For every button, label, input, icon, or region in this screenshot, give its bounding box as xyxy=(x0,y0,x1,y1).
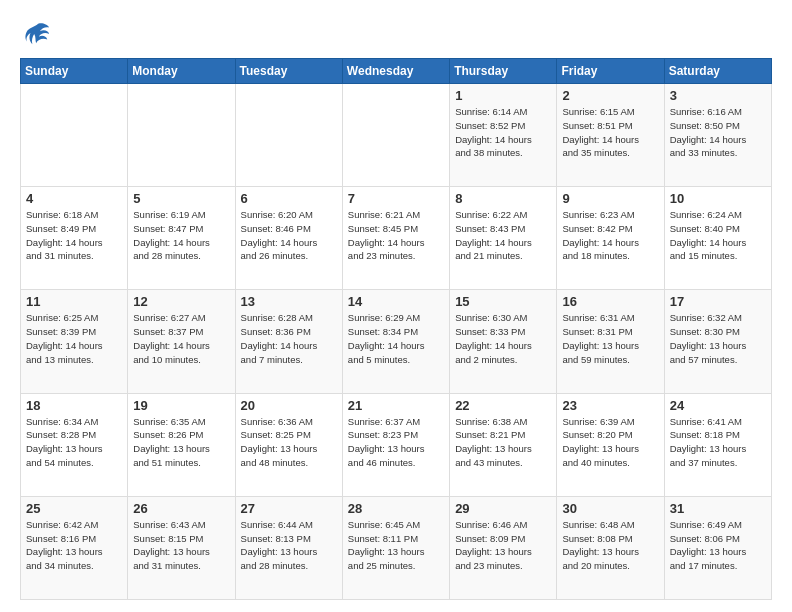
calendar-cell: 28Sunrise: 6:45 AM Sunset: 8:11 PM Dayli… xyxy=(342,496,449,599)
calendar-cell: 18Sunrise: 6:34 AM Sunset: 8:28 PM Dayli… xyxy=(21,393,128,496)
calendar-cell: 27Sunrise: 6:44 AM Sunset: 8:13 PM Dayli… xyxy=(235,496,342,599)
day-info: Sunrise: 6:30 AM Sunset: 8:33 PM Dayligh… xyxy=(455,311,551,366)
calendar-cell xyxy=(235,84,342,187)
day-number: 3 xyxy=(670,88,766,103)
weekday-header-sunday: Sunday xyxy=(21,59,128,84)
day-number: 27 xyxy=(241,501,337,516)
calendar-cell: 21Sunrise: 6:37 AM Sunset: 8:23 PM Dayli… xyxy=(342,393,449,496)
day-info: Sunrise: 6:39 AM Sunset: 8:20 PM Dayligh… xyxy=(562,415,658,470)
day-number: 13 xyxy=(241,294,337,309)
day-info: Sunrise: 6:32 AM Sunset: 8:30 PM Dayligh… xyxy=(670,311,766,366)
header xyxy=(20,16,772,48)
day-info: Sunrise: 6:16 AM Sunset: 8:50 PM Dayligh… xyxy=(670,105,766,160)
day-info: Sunrise: 6:23 AM Sunset: 8:42 PM Dayligh… xyxy=(562,208,658,263)
weekday-header-wednesday: Wednesday xyxy=(342,59,449,84)
day-info: Sunrise: 6:25 AM Sunset: 8:39 PM Dayligh… xyxy=(26,311,122,366)
day-number: 30 xyxy=(562,501,658,516)
day-number: 9 xyxy=(562,191,658,206)
calendar-cell: 29Sunrise: 6:46 AM Sunset: 8:09 PM Dayli… xyxy=(450,496,557,599)
calendar-cell xyxy=(21,84,128,187)
calendar-cell: 23Sunrise: 6:39 AM Sunset: 8:20 PM Dayli… xyxy=(557,393,664,496)
weekday-header-thursday: Thursday xyxy=(450,59,557,84)
day-number: 5 xyxy=(133,191,229,206)
calendar-cell: 9Sunrise: 6:23 AM Sunset: 8:42 PM Daylig… xyxy=(557,187,664,290)
day-info: Sunrise: 6:36 AM Sunset: 8:25 PM Dayligh… xyxy=(241,415,337,470)
day-info: Sunrise: 6:27 AM Sunset: 8:37 PM Dayligh… xyxy=(133,311,229,366)
day-number: 23 xyxy=(562,398,658,413)
day-info: Sunrise: 6:45 AM Sunset: 8:11 PM Dayligh… xyxy=(348,518,444,573)
day-info: Sunrise: 6:48 AM Sunset: 8:08 PM Dayligh… xyxy=(562,518,658,573)
day-number: 11 xyxy=(26,294,122,309)
day-info: Sunrise: 6:21 AM Sunset: 8:45 PM Dayligh… xyxy=(348,208,444,263)
calendar-cell: 31Sunrise: 6:49 AM Sunset: 8:06 PM Dayli… xyxy=(664,496,771,599)
calendar-header: SundayMondayTuesdayWednesdayThursdayFrid… xyxy=(21,59,772,84)
day-number: 24 xyxy=(670,398,766,413)
day-number: 4 xyxy=(26,191,122,206)
day-info: Sunrise: 6:18 AM Sunset: 8:49 PM Dayligh… xyxy=(26,208,122,263)
day-number: 6 xyxy=(241,191,337,206)
day-info: Sunrise: 6:31 AM Sunset: 8:31 PM Dayligh… xyxy=(562,311,658,366)
day-info: Sunrise: 6:49 AM Sunset: 8:06 PM Dayligh… xyxy=(670,518,766,573)
calendar-cell: 22Sunrise: 6:38 AM Sunset: 8:21 PM Dayli… xyxy=(450,393,557,496)
calendar-table: SundayMondayTuesdayWednesdayThursdayFrid… xyxy=(20,58,772,600)
logo xyxy=(20,20,51,48)
calendar-body: 1Sunrise: 6:14 AM Sunset: 8:52 PM Daylig… xyxy=(21,84,772,600)
calendar-cell xyxy=(128,84,235,187)
page: SundayMondayTuesdayWednesdayThursdayFrid… xyxy=(0,0,792,612)
day-number: 16 xyxy=(562,294,658,309)
calendar-cell: 12Sunrise: 6:27 AM Sunset: 8:37 PM Dayli… xyxy=(128,290,235,393)
day-number: 8 xyxy=(455,191,551,206)
day-info: Sunrise: 6:37 AM Sunset: 8:23 PM Dayligh… xyxy=(348,415,444,470)
day-info: Sunrise: 6:35 AM Sunset: 8:26 PM Dayligh… xyxy=(133,415,229,470)
week-row-1: 1Sunrise: 6:14 AM Sunset: 8:52 PM Daylig… xyxy=(21,84,772,187)
day-number: 2 xyxy=(562,88,658,103)
weekday-header-saturday: Saturday xyxy=(664,59,771,84)
calendar-cell: 25Sunrise: 6:42 AM Sunset: 8:16 PM Dayli… xyxy=(21,496,128,599)
day-number: 18 xyxy=(26,398,122,413)
day-number: 31 xyxy=(670,501,766,516)
day-info: Sunrise: 6:38 AM Sunset: 8:21 PM Dayligh… xyxy=(455,415,551,470)
day-info: Sunrise: 6:14 AM Sunset: 8:52 PM Dayligh… xyxy=(455,105,551,160)
day-info: Sunrise: 6:20 AM Sunset: 8:46 PM Dayligh… xyxy=(241,208,337,263)
calendar-cell: 5Sunrise: 6:19 AM Sunset: 8:47 PM Daylig… xyxy=(128,187,235,290)
day-number: 20 xyxy=(241,398,337,413)
calendar-cell: 19Sunrise: 6:35 AM Sunset: 8:26 PM Dayli… xyxy=(128,393,235,496)
calendar-cell: 14Sunrise: 6:29 AM Sunset: 8:34 PM Dayli… xyxy=(342,290,449,393)
calendar-cell: 15Sunrise: 6:30 AM Sunset: 8:33 PM Dayli… xyxy=(450,290,557,393)
day-number: 17 xyxy=(670,294,766,309)
day-number: 10 xyxy=(670,191,766,206)
calendar-cell: 30Sunrise: 6:48 AM Sunset: 8:08 PM Dayli… xyxy=(557,496,664,599)
week-row-2: 4Sunrise: 6:18 AM Sunset: 8:49 PM Daylig… xyxy=(21,187,772,290)
calendar-cell: 3Sunrise: 6:16 AM Sunset: 8:50 PM Daylig… xyxy=(664,84,771,187)
day-info: Sunrise: 6:43 AM Sunset: 8:15 PM Dayligh… xyxy=(133,518,229,573)
day-number: 15 xyxy=(455,294,551,309)
day-info: Sunrise: 6:24 AM Sunset: 8:40 PM Dayligh… xyxy=(670,208,766,263)
calendar-cell: 8Sunrise: 6:22 AM Sunset: 8:43 PM Daylig… xyxy=(450,187,557,290)
day-number: 29 xyxy=(455,501,551,516)
day-info: Sunrise: 6:28 AM Sunset: 8:36 PM Dayligh… xyxy=(241,311,337,366)
day-number: 25 xyxy=(26,501,122,516)
day-info: Sunrise: 6:19 AM Sunset: 8:47 PM Dayligh… xyxy=(133,208,229,263)
day-number: 22 xyxy=(455,398,551,413)
day-info: Sunrise: 6:15 AM Sunset: 8:51 PM Dayligh… xyxy=(562,105,658,160)
day-number: 14 xyxy=(348,294,444,309)
week-row-4: 18Sunrise: 6:34 AM Sunset: 8:28 PM Dayli… xyxy=(21,393,772,496)
week-row-3: 11Sunrise: 6:25 AM Sunset: 8:39 PM Dayli… xyxy=(21,290,772,393)
calendar-cell: 11Sunrise: 6:25 AM Sunset: 8:39 PM Dayli… xyxy=(21,290,128,393)
day-info: Sunrise: 6:46 AM Sunset: 8:09 PM Dayligh… xyxy=(455,518,551,573)
day-number: 21 xyxy=(348,398,444,413)
calendar-cell: 16Sunrise: 6:31 AM Sunset: 8:31 PM Dayli… xyxy=(557,290,664,393)
day-number: 26 xyxy=(133,501,229,516)
day-info: Sunrise: 6:29 AM Sunset: 8:34 PM Dayligh… xyxy=(348,311,444,366)
day-info: Sunrise: 6:34 AM Sunset: 8:28 PM Dayligh… xyxy=(26,415,122,470)
calendar-cell: 6Sunrise: 6:20 AM Sunset: 8:46 PM Daylig… xyxy=(235,187,342,290)
calendar-cell: 1Sunrise: 6:14 AM Sunset: 8:52 PM Daylig… xyxy=(450,84,557,187)
day-number: 12 xyxy=(133,294,229,309)
calendar-cell: 26Sunrise: 6:43 AM Sunset: 8:15 PM Dayli… xyxy=(128,496,235,599)
calendar-cell: 2Sunrise: 6:15 AM Sunset: 8:51 PM Daylig… xyxy=(557,84,664,187)
weekday-header-tuesday: Tuesday xyxy=(235,59,342,84)
day-number: 28 xyxy=(348,501,444,516)
day-number: 19 xyxy=(133,398,229,413)
weekday-row: SundayMondayTuesdayWednesdayThursdayFrid… xyxy=(21,59,772,84)
day-info: Sunrise: 6:42 AM Sunset: 8:16 PM Dayligh… xyxy=(26,518,122,573)
